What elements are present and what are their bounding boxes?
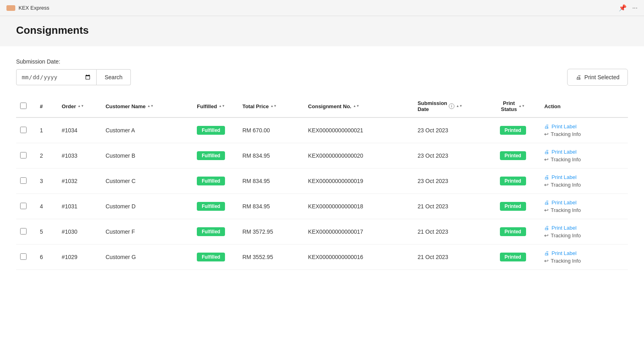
print-label-link-0[interactable]: 🖨 Print Label bbox=[544, 123, 624, 130]
action-links-0: 🖨 Print Label ↩ Tracking Info bbox=[544, 123, 624, 137]
more-options-icon[interactable]: ··· bbox=[632, 4, 638, 12]
row-date-0: 23 Oct 2023 bbox=[413, 117, 485, 143]
row-checkbox-0[interactable] bbox=[20, 127, 27, 133]
row-checkbox-3[interactable] bbox=[20, 203, 27, 209]
tracking-info-link-0[interactable]: ↩ Tracking Info bbox=[544, 131, 624, 137]
consignment-sort-icon[interactable]: ▲▼ bbox=[353, 105, 359, 108]
print-label-link-3[interactable]: 🖨 Print Label bbox=[544, 200, 624, 206]
print-label-link-5[interactable]: 🖨 Print Label bbox=[544, 250, 624, 256]
select-all-header bbox=[16, 95, 36, 117]
consignments-table: # Order ▲▼ Customer Name ▲▼ Fulfilled bbox=[16, 95, 628, 270]
select-all-checkbox[interactable] bbox=[20, 103, 27, 109]
row-action-5: 🖨 Print Label ↩ Tracking Info bbox=[540, 245, 628, 270]
total-price-label: Total Price bbox=[242, 103, 269, 109]
page-title: Consignments bbox=[16, 24, 628, 37]
consignment-no-label: Consignment No. bbox=[308, 103, 351, 109]
fulfilled-badge-0: Fulfilled bbox=[197, 126, 225, 135]
table-header: # Order ▲▼ Customer Name ▲▼ Fulfilled bbox=[16, 95, 628, 117]
tracking-info-text-5: Tracking Info bbox=[551, 258, 581, 264]
row-order-4: #1030 bbox=[58, 219, 101, 245]
tracking-info-text-4: Tracking Info bbox=[551, 232, 581, 239]
row-checkbox-5[interactable] bbox=[20, 253, 27, 260]
row-checkbox-cell bbox=[16, 194, 36, 219]
customer-label: Customer Name bbox=[105, 103, 146, 109]
filter-section: Submission Date: Search 🖨 Print Selected bbox=[16, 58, 628, 86]
title-bar-left: KEX Express bbox=[6, 5, 50, 11]
row-consignment-5: KEX00000000000016 bbox=[304, 245, 413, 270]
app-name: KEX Express bbox=[19, 5, 50, 11]
fulfilled-header: Fulfilled ▲▼ bbox=[184, 95, 238, 117]
tracking-info-link-1[interactable]: ↩ Tracking Info bbox=[544, 156, 624, 162]
table-row: 6 #1029 Customer G Fulfilled RM 3552.95 … bbox=[16, 245, 628, 270]
row-price-3: RM 834.95 bbox=[238, 194, 304, 219]
row-checkbox-cell bbox=[16, 143, 36, 169]
row-status-2: Printed bbox=[485, 169, 540, 194]
total-price-sort-icon[interactable]: ▲▼ bbox=[270, 105, 277, 108]
tracking-info-link-4[interactable]: ↩ Tracking Info bbox=[544, 232, 624, 239]
date-input[interactable] bbox=[16, 69, 97, 85]
row-num-3: 4 bbox=[36, 194, 58, 219]
fulfilled-badge-2: Fulfilled bbox=[197, 177, 225, 185]
submission-date-sort-icon[interactable]: ▲▼ bbox=[456, 105, 462, 108]
printer-icon-0: 🖨 bbox=[544, 123, 549, 130]
history-icon-4: ↩ bbox=[544, 232, 549, 239]
num-header: # bbox=[36, 95, 58, 117]
row-action-4: 🖨 Print Label ↩ Tracking Info bbox=[540, 219, 628, 245]
row-checkbox-1[interactable] bbox=[20, 152, 27, 158]
fulfilled-badge-1: Fulfilled bbox=[197, 151, 225, 160]
print-label-link-4[interactable]: 🖨 Print Label bbox=[544, 225, 624, 231]
history-icon-5: ↩ bbox=[544, 258, 549, 264]
pin-icon[interactable]: 📌 bbox=[619, 4, 627, 12]
row-action-1: 🖨 Print Label ↩ Tracking Info bbox=[540, 143, 628, 169]
print-status-sort-icon[interactable]: ▲▼ bbox=[518, 105, 525, 108]
row-order-2: #1032 bbox=[58, 169, 101, 194]
customer-header: Customer Name ▲▼ bbox=[101, 95, 184, 117]
print-selected-button[interactable]: 🖨 Print Selected bbox=[567, 69, 628, 86]
row-customer-1: Customer B bbox=[101, 143, 184, 169]
search-button[interactable]: Search bbox=[97, 69, 131, 85]
printed-badge-2: Printed bbox=[500, 177, 526, 185]
submission-date-info-icon[interactable]: i bbox=[449, 103, 454, 109]
action-links-2: 🖨 Print Label ↩ Tracking Info bbox=[544, 174, 624, 188]
tracking-info-link-3[interactable]: ↩ Tracking Info bbox=[544, 207, 624, 213]
print-status-label: PrintStatus bbox=[501, 100, 517, 112]
row-num-1: 2 bbox=[36, 143, 58, 169]
row-fulfilled-3: Fulfilled bbox=[184, 194, 238, 219]
print-label-link-1[interactable]: 🖨 Print Label bbox=[544, 149, 624, 155]
print-label-text-4: Print Label bbox=[551, 225, 576, 231]
row-checkbox-cell bbox=[16, 219, 36, 245]
fulfilled-badge-3: Fulfilled bbox=[197, 202, 225, 211]
title-bar-right: 📌 ··· bbox=[619, 4, 638, 12]
date-filter-label: Submission Date: bbox=[16, 58, 628, 65]
customer-sort-icon[interactable]: ▲▼ bbox=[147, 105, 154, 108]
submission-date-label: SubmissionDate bbox=[417, 100, 447, 112]
row-checkbox-2[interactable] bbox=[20, 177, 27, 184]
title-bar: KEX Express 📌 ··· bbox=[0, 0, 644, 16]
history-icon-1: ↩ bbox=[544, 156, 549, 162]
app-icon bbox=[6, 5, 15, 11]
row-num-2: 3 bbox=[36, 169, 58, 194]
print-label-text-1: Print Label bbox=[551, 149, 576, 155]
order-sort-icon[interactable]: ▲▼ bbox=[78, 105, 84, 108]
row-date-2: 23 Oct 2023 bbox=[413, 169, 485, 194]
fulfilled-sort-icon[interactable]: ▲▼ bbox=[219, 105, 225, 108]
row-order-3: #1031 bbox=[58, 194, 101, 219]
action-links-5: 🖨 Print Label ↩ Tracking Info bbox=[544, 250, 624, 264]
row-checkbox-4[interactable] bbox=[20, 228, 27, 234]
print-status-header: PrintStatus ▲▼ bbox=[485, 95, 540, 117]
row-num-5: 6 bbox=[36, 245, 58, 270]
tracking-info-link-2[interactable]: ↩ Tracking Info bbox=[544, 182, 624, 188]
tracking-info-text-2: Tracking Info bbox=[551, 182, 581, 188]
tracking-info-link-5[interactable]: ↩ Tracking Info bbox=[544, 258, 624, 264]
row-consignment-3: KEX00000000000018 bbox=[304, 194, 413, 219]
print-label-text-0: Print Label bbox=[551, 123, 576, 130]
filter-row: Search 🖨 Print Selected bbox=[16, 69, 628, 86]
row-fulfilled-0: Fulfilled bbox=[184, 117, 238, 143]
printed-badge-3: Printed bbox=[500, 202, 526, 211]
row-order-5: #1029 bbox=[58, 245, 101, 270]
printer-icon-1: 🖨 bbox=[544, 149, 549, 155]
row-fulfilled-4: Fulfilled bbox=[184, 219, 238, 245]
row-fulfilled-5: Fulfilled bbox=[184, 245, 238, 270]
row-order-0: #1034 bbox=[58, 117, 101, 143]
print-label-link-2[interactable]: 🖨 Print Label bbox=[544, 174, 624, 180]
